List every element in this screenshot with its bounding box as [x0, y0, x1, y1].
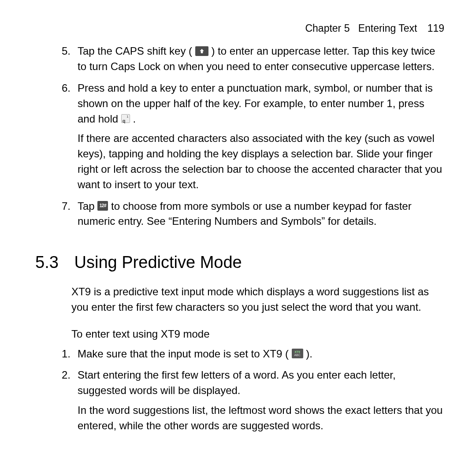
page-header: Chapter 5 Entering Text 119 — [35, 21, 444, 36]
q-key-icon: 1 q — [121, 114, 130, 123]
caps-shift-key-icon — [195, 46, 208, 56]
q-key-letter: q — [123, 119, 126, 123]
q-key-superscript: 1 — [126, 115, 128, 119]
item7-text-after: to choose from more symbols or use a num… — [78, 200, 412, 227]
section-number: 5.3 — [35, 250, 70, 275]
chapter-title: Entering Text — [358, 22, 417, 34]
xt9-item-2: Start entering the first few letters of … — [78, 368, 444, 433]
xt9-item2-para2: In the word suggestions list, the leftmo… — [78, 403, 444, 434]
xt9-item2-para1: Start entering the first few letters of … — [78, 369, 396, 396]
xt9-instruction-list: Make sure that the input mode is set to … — [78, 346, 444, 434]
page-number: 119 — [428, 22, 444, 34]
list-item-7: Tap 12# to choose from more symbols or u… — [78, 199, 444, 230]
item6-para2: If there are accented characters also as… — [78, 131, 444, 192]
xt9-item1-before: Make sure that the input mode is set to … — [78, 348, 292, 360]
item7-text-before: Tap — [78, 200, 97, 212]
xt9-mode-icon: XT9 ABC — [292, 349, 303, 358]
number-symbol-key-icon: 12# — [97, 201, 108, 211]
list-item-6: Press and hold a key to enter a punctuat… — [78, 81, 444, 193]
intro-rest: is a predictive text input mode which di… — [71, 286, 429, 313]
xt9-icon-top: XT9 — [294, 350, 300, 354]
intro-bold: XT9 — [71, 286, 91, 298]
section-heading: 5.3 Using Predictive Mode — [35, 250, 444, 275]
sub-heading: To enter text using XT9 mode — [71, 327, 444, 342]
list-item-5: Tap the CAPS shift key ( ) to enter an u… — [78, 44, 444, 74]
chapter-label: Chapter 5 — [305, 22, 350, 34]
section-intro: XT9 is a predictive text input mode whic… — [71, 284, 444, 315]
instruction-list-continued: Tap the CAPS shift key ( ) to enter an u… — [78, 44, 444, 229]
xt9-icon-bottom: ABC — [294, 353, 300, 357]
xt9-item1-after: ). — [306, 348, 312, 360]
xt9-item-1: Make sure that the input mode is set to … — [78, 346, 444, 362]
item5-text-before: Tap the CAPS shift key ( — [78, 45, 195, 57]
item6-para1-after: . — [133, 113, 136, 125]
section-title: Using Predictive Mode — [74, 253, 242, 271]
item6-para1-before: Press and hold a key to enter a punctuat… — [78, 82, 433, 125]
